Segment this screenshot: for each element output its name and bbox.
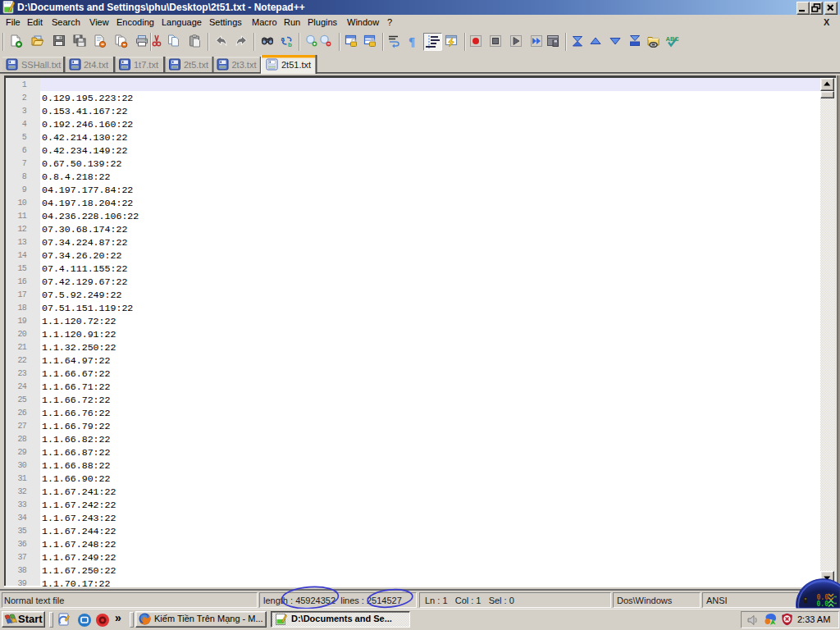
svg-text:0.0: 0.0 <box>817 599 829 609</box>
svg-text:1t7.txt: 1t7.txt <box>134 60 158 70</box>
svg-text:ABC: ABC <box>666 35 680 43</box>
svg-text:b: b <box>288 41 292 48</box>
svg-text:¶: ¶ <box>409 35 415 48</box>
svg-text:2t4.txt: 2t4.txt <box>84 60 108 70</box>
svg-text:2t51.txt: 2t51.txt <box>281 60 311 70</box>
svg-text:2t5.txt: 2t5.txt <box>184 60 208 70</box>
svg-text:2t3.txt: 2t3.txt <box>232 60 257 70</box>
svg-text:SSHall.txt: SSHall.txt <box>21 60 61 70</box>
